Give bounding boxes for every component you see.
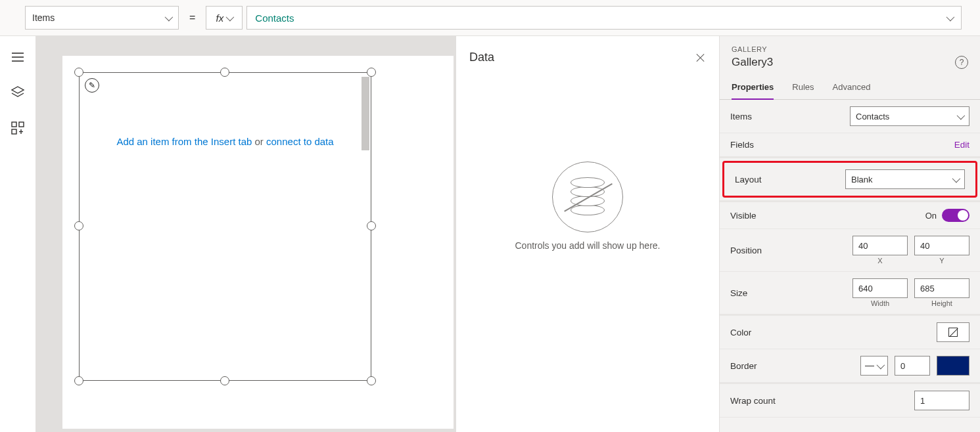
equals-label: =: [183, 12, 202, 24]
prop-label-color: Color: [730, 328, 751, 337]
visible-toggle-wrap: On: [925, 209, 969, 222]
svg-rect-5: [19, 122, 24, 127]
tab-advanced[interactable]: Advanced: [833, 78, 871, 99]
resize-handle[interactable]: [74, 376, 83, 385]
sublabel-x: X: [877, 257, 882, 265]
properties-tabs: Properties Rules Advanced: [720, 74, 980, 100]
prop-label-fields: Fields: [730, 140, 754, 150]
data-panel-header: Data: [456, 36, 719, 76]
resize-handle[interactable]: [367, 221, 376, 230]
prop-row-position: Position X Y: [720, 229, 980, 272]
tab-rules[interactable]: Rules: [792, 78, 814, 99]
items-value: Contacts: [856, 112, 889, 121]
data-panel: Data Controls you add will show up here.: [455, 36, 719, 432]
insert-icon[interactable]: [10, 120, 26, 136]
prop-row-size: Size Width Height: [720, 272, 980, 316]
prop-row-fields: Fields Edit: [720, 133, 980, 158]
prop-row-layout: Layout Blank: [724, 163, 975, 196]
border-color-picker[interactable]: [937, 356, 969, 376]
visible-toggle[interactable]: [942, 209, 969, 222]
position-x-input[interactable]: [852, 236, 908, 255]
formula-bar: Items = fx Contacts: [0, 0, 980, 36]
prop-row-visible: Visible On: [720, 200, 980, 229]
chevron-down-icon: [875, 362, 883, 370]
property-selector-label: Items: [32, 12, 55, 23]
left-rail: [0, 36, 36, 432]
prop-label-layout: Layout: [735, 175, 762, 184]
color-picker[interactable]: [937, 322, 969, 342]
prop-row-border: Border: [720, 349, 980, 384]
edit-pencil-icon[interactable]: ✎: [85, 78, 99, 93]
prop-row-items: Items Contacts: [720, 100, 980, 133]
chevron-down-icon: [956, 112, 964, 120]
svg-rect-6: [12, 129, 16, 134]
prop-label-visible: Visible: [730, 211, 757, 221]
page-frame: ✎ Add an item from the Insert tab or con…: [62, 56, 454, 429]
chevron-down-icon: [225, 14, 233, 22]
hamburger-icon[interactable]: [10, 49, 26, 65]
tree-view-icon[interactable]: [10, 85, 26, 100]
fields-edit-link[interactable]: Edit: [954, 140, 969, 150]
data-empty-text: Controls you add will show up here.: [515, 240, 660, 251]
svg-marker-3: [12, 87, 24, 93]
sublabel-height: Height: [931, 299, 952, 307]
properties-header: GALLERY Gallery3 ?: [720, 36, 980, 74]
tab-properties[interactable]: Properties: [732, 78, 774, 100]
data-empty-icon: [552, 162, 623, 232]
border-width-input[interactable]: [895, 356, 930, 376]
prop-label-size: Size: [730, 288, 747, 298]
data-empty-state: Controls you add will show up here.: [456, 76, 719, 432]
formula-text: Contacts: [255, 12, 294, 24]
resize-handle[interactable]: [74, 68, 83, 77]
properties-panel: GALLERY Gallery3 ? Properties Rules Adva…: [719, 36, 980, 432]
gallery-hint: Add an item from the Insert tab or conne…: [80, 136, 371, 147]
layout-highlight: Layout Blank: [722, 161, 977, 198]
nofill-icon: [948, 328, 958, 337]
prop-row-wrapcount: Wrap count: [720, 384, 980, 418]
wrapcount-input[interactable]: [914, 391, 969, 410]
border-line-icon: [865, 366, 874, 366]
control-category: GALLERY: [732, 45, 968, 53]
resize-handle[interactable]: [220, 376, 229, 385]
position-y-input[interactable]: [914, 236, 969, 255]
sublabel-width: Width: [871, 299, 889, 307]
resize-handle[interactable]: [367, 376, 376, 385]
data-panel-title: Data: [469, 51, 494, 64]
resize-handle[interactable]: [74, 221, 83, 230]
prop-label-position: Position: [730, 246, 762, 255]
formula-input[interactable]: Contacts: [246, 6, 962, 30]
chevron-down-icon: [951, 175, 959, 183]
insert-tab-link[interactable]: Add an item from the Insert tab: [116, 136, 254, 147]
prop-row-color: Color: [720, 316, 980, 349]
prop-label-wrapcount: Wrap count: [730, 396, 776, 406]
property-selector[interactable]: Items: [25, 6, 179, 30]
gallery-control[interactable]: ✎ Add an item from the Insert tab or con…: [79, 72, 371, 381]
hint-separator: or: [255, 136, 267, 147]
chevron-down-icon: [945, 14, 953, 22]
chevron-down-icon: [164, 14, 172, 22]
size-height-input[interactable]: [914, 278, 969, 298]
help-icon[interactable]: ?: [955, 56, 968, 69]
properties-rows: Items Contacts Fields Edit Layout Blank …: [720, 100, 980, 418]
connect-data-link[interactable]: connect to data: [266, 136, 334, 147]
fx-button[interactable]: fx: [206, 6, 243, 30]
resize-handle[interactable]: [367, 68, 376, 77]
svg-rect-4: [12, 122, 16, 127]
layout-value: Blank: [851, 175, 873, 184]
control-name: Gallery3: [732, 56, 968, 69]
prop-label-items: Items: [730, 112, 752, 121]
visible-state: On: [925, 211, 937, 221]
items-dropdown[interactable]: Contacts: [850, 106, 969, 126]
size-width-input[interactable]: [852, 278, 908, 298]
sublabel-y: Y: [939, 257, 944, 265]
prop-label-border: Border: [730, 361, 757, 371]
fx-label: fx: [216, 12, 224, 24]
close-icon[interactable]: [695, 53, 706, 63]
resize-handle[interactable]: [220, 68, 229, 77]
layout-dropdown[interactable]: Blank: [845, 169, 965, 189]
border-style-dropdown[interactable]: [860, 356, 888, 376]
